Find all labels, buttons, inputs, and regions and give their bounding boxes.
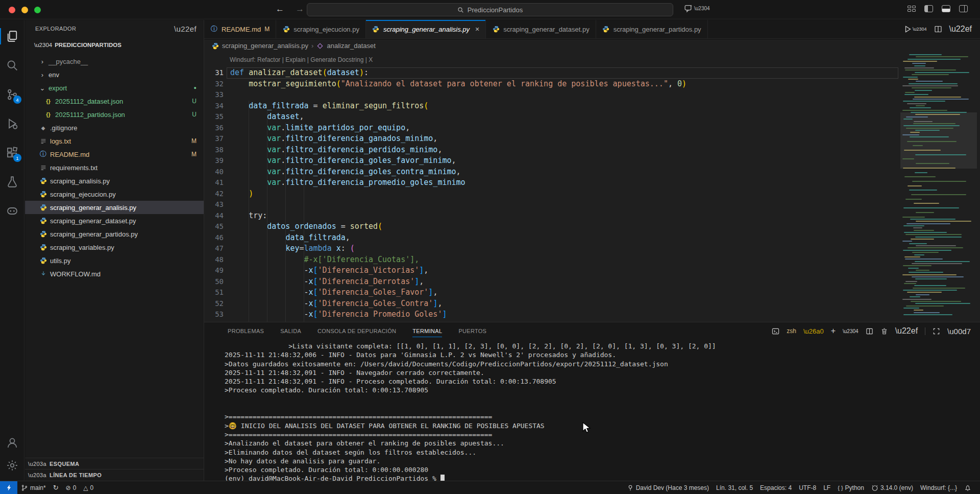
file-WORKFLOW.md[interactable]: WORKFLOW.md [25,267,204,280]
activity-item-search[interactable] [0,53,24,78]
code-line-35[interactable]: 35 dataset, [204,111,898,123]
code-line-52[interactable]: 52 -x['Diferencia_Goles_Contra'], [204,298,898,310]
status-eol[interactable]: LF [820,484,834,491]
code-line-43[interactable]: 43 [204,199,898,210]
file-scraping_analisis.py[interactable]: scraping_analisis.py [25,174,204,187]
activity-item-settings[interactable] [0,453,24,478]
status-encoding[interactable]: UTF-8 [795,484,820,491]
code-line-38[interactable]: 38 var.filtro_diferencia_perdidos_minimo… [204,145,898,156]
ai-chat-button[interactable]: \u2304 [684,4,710,13]
panel-tab-SALIDA[interactable]: SALIDA [280,322,301,340]
activity-item-testing[interactable] [0,170,24,194]
code-line-50[interactable]: 50 -x['Diferencia_Derrotas'], [204,276,898,288]
workspace-root-folder[interactable]: \u2304 PREDICCIONPARTIDOS [25,38,204,52]
code-line-34[interactable]: 34 data_filtrada = eliminar_segun_filtro… [204,101,898,112]
tab-README.md[interactable]: ⓘREADME.mdM [204,20,276,38]
panel-tab-PROBLEMAS[interactable]: PROBLEMAS [228,322,264,340]
status-windsurf-status[interactable]: Windsurf: {...} [917,484,961,491]
file-utils.py[interactable]: utils.py [25,254,204,267]
activity-item-copilot[interactable] [0,199,24,223]
activity-item-explorer[interactable] [0,24,24,49]
code-line-53[interactable]: 53 -x['Diferencia Promedio Goles'] [204,309,898,320]
code-line-37[interactable]: 37 var.filtro_diferencia_ganados_minimo, [204,133,898,145]
file-scraping_generar_analisis.py[interactable]: scraping_generar_analisis.py [25,201,204,214]
panel-tab-CONSOLA DE DEPURACIÓN[interactable]: CONSOLA DE DEPURACIÓN [317,322,396,340]
customize-layout-icon[interactable] [908,6,916,12]
panel-tab-PUERTOS[interactable]: PUERTOS [458,322,486,340]
close-window-button[interactable] [9,7,15,13]
toggle-sidebar-icon[interactable] [924,5,933,12]
shell-label[interactable]: zsh [787,327,796,335]
terminal-warning-icon[interactable]: \u26a0 [803,327,824,335]
status-cursor-position[interactable]: Lín. 31, col. 5 [713,484,756,491]
breadcrumb-file[interactable]: scraping_generar_analisis.py [222,42,308,50]
file-logs.txt[interactable]: logs.txtM [25,134,204,148]
file-.gitignore[interactable]: ◆.gitignore [25,121,204,134]
status-warnings[interactable]: △0 [80,481,97,494]
file-20251112_dataset.json[interactable]: {}20251112_dataset.jsonU [25,95,204,108]
code-line-40[interactable]: 40 var.filtro_diferencia_goles_contra_mi… [204,167,898,178]
tab-scraping_ejecucion.py[interactable]: scraping_ejecucion.py [276,20,366,38]
minimize-window-button[interactable] [21,7,28,13]
file-scraping_variables.py[interactable]: scraping_variables.py [25,241,204,254]
status-indentation[interactable]: Espacios: 4 [756,484,795,491]
remote-indicator[interactable] [0,481,17,494]
code-line-41[interactable]: 41 var.filtro_diferencia_promedio_goles_… [204,177,898,189]
panel-tab-TERMINAL[interactable]: TERMINAL [412,322,442,340]
terminal-output[interactable]: >Lista visitante completa: [[1, 0], [1, … [225,342,975,479]
new-terminal-icon[interactable]: + [831,326,836,336]
code-line-46[interactable]: 46 data_filtrada, [204,232,898,244]
file-README.md[interactable]: ⓘREADME.mdM [25,148,204,161]
terminal-dropdown-icon[interactable]: \u2304 [843,328,859,334]
minimap[interactable] [900,52,977,322]
code-line-31[interactable]: 31def analizar_dataset(dataset): [204,67,898,79]
folder-export[interactable]: ⌄export● [25,81,204,95]
tab-scraping_generar_dataset.py[interactable]: scraping_generar_dataset.py [486,20,596,38]
folder-__pycache__[interactable]: ›__pycache__ [25,55,204,68]
status-language-mode[interactable]: { }Python [834,484,868,491]
forward-button[interactable]: → [296,4,304,14]
code-line-48[interactable]: 48 #-x['Diferencia_Cuotas'], [204,254,898,266]
code-line-51[interactable]: 51 -x['Diferencia_Goles_Favor'], [204,287,898,298]
status-errors[interactable]: ⊘0 [62,481,80,494]
split-terminal-icon[interactable] [866,327,873,335]
maximize-panel-icon[interactable] [933,327,940,335]
zoom-window-button[interactable] [34,7,41,13]
file-scraping_generar_dataset.py[interactable]: scraping_generar_dataset.py [25,214,204,227]
outline-section[interactable]: \u203a ESQUEMA [25,458,204,469]
tab-scraping_generar_partidos.py[interactable]: scraping_generar_partidos.py [596,20,708,38]
timeline-section[interactable]: \u203a LÍNEA DE TIEMPO [25,469,204,481]
file-20251112_partidos.json[interactable]: {}20251112_partidos.jsonU [25,108,204,121]
activity-item-source-control[interactable]: 4 [0,82,24,107]
code-line-45[interactable]: 45 datos_ordenados = sorted( [204,221,898,232]
status-python-interpreter[interactable]: 3.14.0 (env) [868,484,917,491]
status-notifications[interactable] [961,484,975,491]
toggle-panel-icon[interactable] [942,5,950,12]
file-scraping_generar_partidos.py[interactable]: scraping_generar_partidos.py [25,227,204,241]
split-editor-icon[interactable] [934,25,942,33]
folder-env[interactable]: ›env [25,68,204,81]
close-panel-icon[interactable]: \u00d7 [947,327,971,336]
code-line-42[interactable]: 42 ) [204,189,898,200]
chevron-down-icon[interactable]: \u2304 [913,27,927,32]
code-editor[interactable]: Windsurf: Refactor | Explain | Generate … [204,52,980,322]
code-line-39[interactable]: 39 var.filtro_diferencia_goles_favor_min… [204,155,898,167]
file-scraping_ejecucion.py[interactable]: scraping_ejecucion.py [25,187,204,201]
breadcrumb-symbol[interactable]: analizar_dataset [327,42,375,50]
activity-item-extensions[interactable]: 1 [0,140,24,165]
panel-more-actions-icon[interactable]: \u22ef [895,326,918,336]
code-line-49[interactable]: 49 -x['Diferencia_Victorias'], [204,265,898,276]
explorer-more-actions[interactable]: \u22ef [174,25,197,33]
status-sync[interactable]: ↻ [50,481,62,494]
tab-scraping_generar_analisis.py[interactable]: scraping_generar_analisis.py× [366,20,486,38]
more-actions-icon[interactable]: \u22ef [949,25,972,34]
toggle-secondary-sidebar-icon[interactable] [959,5,968,12]
status-git-branch[interactable]: main* [17,481,50,494]
editor-scrollbar[interactable] [977,52,980,322]
status-blame[interactable]: David Dev (Hace 3 meses) [623,484,713,491]
close-tab-icon[interactable]: × [475,25,479,33]
kill-terminal-icon[interactable] [880,327,888,335]
back-button[interactable]: ← [276,4,284,14]
command-center-search[interactable]: PrediccionPartidos [307,3,673,16]
code-line-44[interactable]: 44 try: [204,210,898,222]
